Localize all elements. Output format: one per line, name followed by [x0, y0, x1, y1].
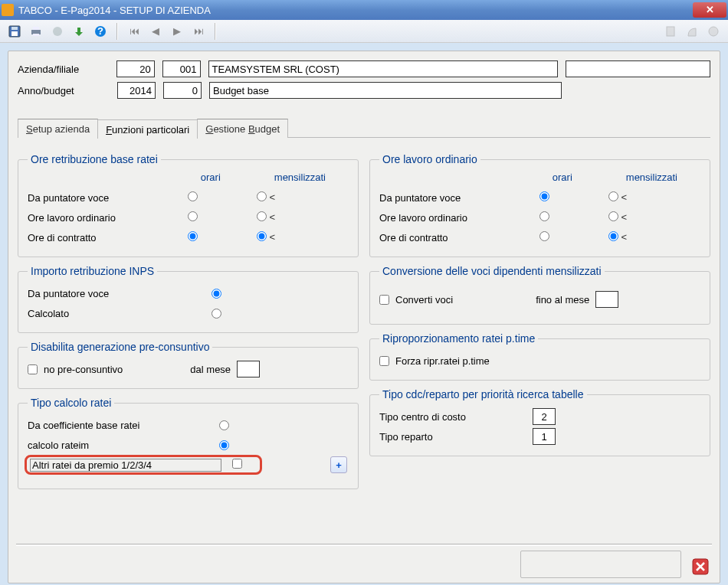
- radio-tcr[interactable]: [219, 420, 229, 430]
- radio-orari[interactable]: [188, 231, 198, 241]
- opt-label: Da puntatore voce: [379, 192, 510, 204]
- highlight-box: Altri ratei da premio 1/2/3/4: [25, 455, 262, 475]
- azienda-extra-input[interactable]: [566, 60, 710, 77]
- fs-tipo-calcolo-ratei: Tipo calcolo ratei Da coefficiente base …: [18, 397, 359, 489]
- doc1-icon[interactable]: [662, 23, 679, 40]
- opt-label: Ore lavoro ordinario: [379, 212, 510, 224]
- opt-label: Ore lavoro ordinario: [28, 212, 158, 224]
- dal-mese-label: dal mese: [190, 364, 231, 375]
- svg-rect-1: [11, 31, 18, 36]
- nav-prev-icon[interactable]: ◀: [147, 23, 164, 40]
- opt-label: calcolo rateim: [28, 440, 219, 451]
- status-box: [520, 551, 681, 578]
- dal-mese-input[interactable]: [237, 361, 260, 377]
- radio-mens[interactable]: [608, 191, 618, 201]
- nav-next-icon[interactable]: ▶: [169, 23, 185, 40]
- toolbar-sep: [215, 23, 216, 40]
- anno-name-input[interactable]: Budget base: [209, 82, 562, 99]
- toolbar-sep: [116, 23, 118, 40]
- svg-rect-9: [667, 27, 674, 36]
- azienda-name-input[interactable]: TEAMSYSTEM SRL (COST): [208, 60, 559, 77]
- anno-v1-input[interactable]: 2014: [117, 82, 156, 99]
- export-icon[interactable]: [71, 23, 87, 40]
- opt-label: Ore di contratto: [28, 232, 158, 243]
- fs-disabilita-preconsuntivo: Disabilita generazione pre-consuntivo no…: [18, 341, 359, 389]
- fs-importo-inps: Importo retribuzione INPS Da puntatore v…: [18, 265, 359, 333]
- chk-altri-ratei[interactable]: [232, 459, 242, 469]
- opt-label: Tipo centro di costo: [379, 411, 533, 423]
- titlebar: TABCO - E-Pag2014 - SETUP DI AZIENDA ✕: [0, 0, 728, 20]
- opt-label: Tipo reparto: [379, 431, 533, 443]
- radio-tcr[interactable]: [219, 440, 229, 450]
- toolbar: ? ⏮ ◀ ▶ ⏭: [0, 20, 728, 43]
- col-orari: orari: [201, 172, 221, 183]
- app-icon: [2, 4, 14, 16]
- chk-label: Converti voci: [395, 294, 453, 306]
- col-mensilizzati: mensilizzati: [274, 172, 326, 183]
- tipo-reparto-input[interactable]: 1: [533, 428, 556, 445]
- azienda-code2-input[interactable]: 001: [162, 60, 201, 77]
- doc2-icon[interactable]: [684, 23, 700, 40]
- radio-orari[interactable]: [188, 211, 198, 221]
- svg-rect-2: [11, 27, 18, 30]
- fs-legend: Ore lavoro ordinario: [379, 153, 480, 165]
- radio-orari[interactable]: [539, 191, 549, 201]
- tab-setup-azienda[interactable]: Setup azienda: [18, 119, 98, 138]
- fino-mese-label: fino al mese: [536, 294, 589, 306]
- lock-icon[interactable]: [49, 23, 66, 40]
- radio-orari[interactable]: [188, 191, 198, 201]
- radio-mens[interactable]: [257, 191, 267, 201]
- tipo-cdc-input[interactable]: 2: [533, 408, 556, 425]
- nav-last-icon[interactable]: ⏭: [190, 23, 207, 40]
- plus-button[interactable]: +: [330, 456, 347, 473]
- help-icon[interactable]: ?: [92, 23, 109, 40]
- radio-mens[interactable]: [608, 231, 618, 241]
- window-title: TABCO - E-Pag2014 - SETUP DI AZIENDA: [18, 5, 693, 16]
- fs-legend: Tipo calcolo ratei: [28, 397, 114, 409]
- fs-ore-retribuzione: Ore retribuzione base ratei orarimensili…: [18, 153, 359, 257]
- close-button[interactable]: [692, 558, 709, 575]
- svg-point-6: [53, 27, 62, 36]
- svg-rect-10: [709, 27, 718, 36]
- radio-orari[interactable]: [539, 211, 549, 221]
- tab-gestione-budget[interactable]: Gestione Budget: [197, 119, 288, 138]
- col-orari: orari: [553, 172, 572, 183]
- chk-label: Forza ripr.ratei p.time: [395, 355, 490, 367]
- fs-conversione-voci: Conversione delle voci dipendenti mensil…: [369, 265, 710, 325]
- anno-v2-input[interactable]: 0: [163, 82, 202, 99]
- fs-tipo-cdc-reparto: Tipo cdc/reparto per priorità ricerca ta…: [369, 388, 710, 456]
- opt-label: Ore di contratto: [379, 232, 510, 243]
- opt-label: Calcolato: [28, 308, 212, 319]
- fino-mese-input[interactable]: [595, 291, 618, 308]
- fs-legend: Conversione delle voci dipendenti mensil…: [379, 265, 605, 277]
- radio-inps[interactable]: [212, 309, 221, 319]
- svg-rect-5: [33, 34, 39, 36]
- svg-text:?: ?: [97, 25, 103, 37]
- fs-ore-lavoro-ordinario: Ore lavoro ordinario orarimensilizzati D…: [369, 153, 710, 257]
- chk-forza-ripr[interactable]: [379, 356, 389, 366]
- tab-funzioni-particolari[interactable]: Funzioni particolari: [97, 119, 198, 139]
- azienda-code1-input[interactable]: 20: [116, 60, 155, 77]
- chk-converti-voci[interactable]: [379, 295, 389, 305]
- radio-inps[interactable]: [212, 289, 221, 299]
- radio-mens[interactable]: [257, 211, 267, 221]
- doc3-icon[interactable]: [705, 23, 722, 40]
- opt-label: Da coefficiente base ratei: [28, 420, 219, 431]
- fs-riproporzionamento: Riproporzionamento ratei p.time Forza ri…: [369, 332, 710, 381]
- save-icon[interactable]: [6, 23, 23, 40]
- print-icon[interactable]: [28, 23, 44, 40]
- fs-legend: Tipo cdc/reparto per priorità ricerca ta…: [379, 388, 587, 400]
- radio-mens[interactable]: [257, 231, 267, 241]
- window-close-button[interactable]: ✕: [693, 2, 726, 18]
- fs-legend: Riproporzionamento ratei p.time: [379, 332, 538, 345]
- radio-orari[interactable]: [539, 231, 549, 241]
- fs-legend: Importo retribuzione INPS: [28, 265, 157, 277]
- radio-mens[interactable]: [608, 211, 618, 221]
- nav-first-icon[interactable]: ⏮: [126, 23, 143, 40]
- svg-rect-4: [33, 27, 39, 30]
- opt-label-boxed: Altri ratei da premio 1/2/3/4: [30, 459, 221, 472]
- anno-label: Anno/budget: [18, 85, 110, 96]
- fs-legend: Ore retribuzione base ratei: [28, 153, 161, 165]
- azienda-label: Azienda/filiale: [18, 64, 109, 75]
- chk-no-preconsuntivo[interactable]: [28, 364, 38, 374]
